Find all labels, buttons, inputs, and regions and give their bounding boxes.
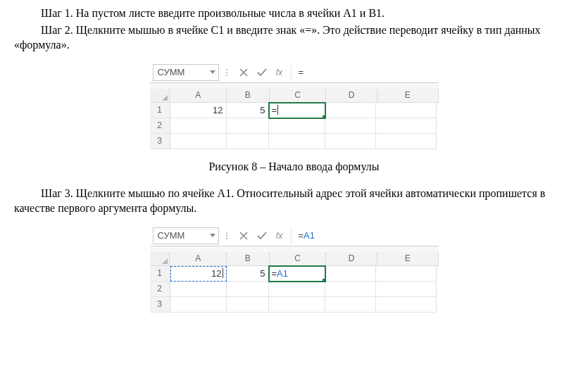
grid-row: 1 12 5 =A1 — [150, 266, 439, 282]
cell-C1-eq: = — [272, 268, 277, 279]
text-caret-icon — [277, 105, 278, 115]
figure-1-caption: Рисунок 8 – Начало ввода формулы — [14, 160, 574, 173]
cell-E3[interactable] — [376, 297, 437, 313]
cell-E3[interactable] — [376, 134, 437, 149]
col-header-E[interactable]: E — [377, 252, 439, 266]
cell-E1[interactable] — [376, 103, 437, 118]
cell-D2[interactable] — [325, 282, 376, 297]
cell-E1[interactable] — [376, 266, 437, 282]
confirm-entry-button[interactable] — [253, 226, 271, 246]
col-header-C[interactable]: C — [270, 89, 327, 103]
col-header-B[interactable]: B — [227, 89, 270, 103]
grid-row: 2 — [150, 118, 439, 134]
figure-2-excel: СУММ fx =A1 A B C D E 1 12 5 =A — [150, 226, 439, 313]
name-box-dropdown-icon[interactable] — [207, 234, 218, 238]
cell-C1-ref: A1 — [277, 268, 288, 279]
formula-bar: СУММ fx =A1 — [150, 226, 439, 246]
name-box-value: СУММ — [154, 67, 207, 77]
row-header-1[interactable]: 1 — [150, 266, 170, 282]
select-all-corner[interactable] — [150, 252, 170, 266]
cell-A2[interactable] — [170, 118, 227, 134]
text-caret-icon — [223, 268, 223, 278]
fx-button[interactable]: fx — [271, 226, 288, 246]
formula-text: = — [299, 67, 304, 77]
formula-bar: СУММ fx = — [150, 63, 439, 83]
step1-text: Шаг 1. На пустом листе введите произволь… — [14, 6, 574, 21]
fx-button[interactable]: fx — [271, 63, 288, 82]
row-header-1[interactable]: 1 — [150, 103, 170, 118]
formula-input[interactable]: = — [294, 63, 439, 82]
cell-C1[interactable]: =A1 — [269, 266, 325, 282]
formula-input[interactable]: =A1 — [294, 226, 439, 246]
cell-A1-text: 12 — [211, 268, 221, 279]
grid-row: 3 — [150, 297, 439, 313]
figure-1-excel: СУММ fx = A B C D E 1 12 5 = — [150, 63, 439, 149]
name-box[interactable]: СУММ — [153, 227, 219, 244]
cell-A3[interactable] — [170, 134, 227, 149]
cell-D3[interactable] — [325, 134, 376, 149]
formula-eq: = — [299, 230, 304, 241]
cell-D2[interactable] — [325, 118, 376, 134]
col-header-D[interactable]: D — [326, 89, 377, 103]
row-header-2[interactable]: 2 — [150, 118, 170, 134]
cell-B1[interactable]: 5 — [227, 103, 269, 118]
cell-A3[interactable] — [170, 297, 227, 313]
name-box-dropdown-icon[interactable] — [207, 70, 218, 75]
formula-bar-grip-icon — [223, 226, 230, 246]
row-header-3[interactable]: 3 — [150, 134, 170, 149]
formula-bar-grip-icon — [223, 63, 230, 82]
col-header-C[interactable]: C — [270, 252, 327, 266]
cancel-entry-button[interactable] — [234, 63, 253, 82]
cell-C3[interactable] — [269, 134, 325, 149]
cell-B1[interactable]: 5 — [227, 266, 269, 282]
cell-C3[interactable] — [269, 297, 325, 313]
name-box[interactable]: СУММ — [153, 64, 219, 81]
cell-B3[interactable] — [227, 134, 269, 149]
cell-E2[interactable] — [376, 118, 437, 134]
divider — [291, 65, 292, 80]
cell-C1-text: = — [272, 105, 277, 115]
name-box-value: СУММ — [154, 230, 207, 241]
column-headers: A B C D E — [150, 89, 439, 103]
cell-C2[interactable] — [269, 282, 325, 297]
cell-D1[interactable] — [325, 266, 376, 282]
cell-A1[interactable]: 12 — [170, 266, 227, 282]
grid-row: 3 — [150, 134, 439, 149]
cancel-entry-button[interactable] — [234, 226, 253, 246]
col-header-A[interactable]: A — [170, 252, 227, 266]
row-header-3[interactable]: 3 — [150, 297, 170, 313]
cell-D3[interactable] — [325, 297, 376, 313]
select-all-corner[interactable] — [150, 89, 170, 103]
cell-D1[interactable] — [325, 103, 376, 118]
col-header-A[interactable]: A — [170, 89, 227, 103]
cell-A1[interactable]: 12 — [170, 103, 227, 118]
confirm-entry-button[interactable] — [253, 63, 271, 82]
grid-row: 2 — [150, 282, 439, 297]
cell-B2[interactable] — [227, 282, 269, 297]
cell-B3[interactable] — [227, 297, 269, 313]
column-headers: A B C D E — [150, 252, 439, 266]
step3-text: Шаг 3. Щелкните мышью по ячейке А1. Отно… — [14, 186, 574, 216]
cell-E2[interactable] — [376, 282, 437, 297]
divider — [291, 228, 292, 244]
formula-ref: A1 — [304, 230, 315, 241]
col-header-E[interactable]: E — [377, 89, 439, 103]
col-header-D[interactable]: D — [326, 252, 377, 266]
grid-row: 1 12 5 = — [150, 103, 439, 118]
cell-A2[interactable] — [170, 282, 227, 297]
step2-text: Шаг 2. Щелкните мышью в ячейке С1 и введ… — [14, 23, 574, 53]
cell-C1[interactable]: = — [269, 103, 325, 118]
col-header-B[interactable]: B — [227, 252, 270, 266]
row-header-2[interactable]: 2 — [150, 282, 170, 297]
cell-B2[interactable] — [227, 118, 269, 134]
cell-C2[interactable] — [269, 118, 325, 134]
